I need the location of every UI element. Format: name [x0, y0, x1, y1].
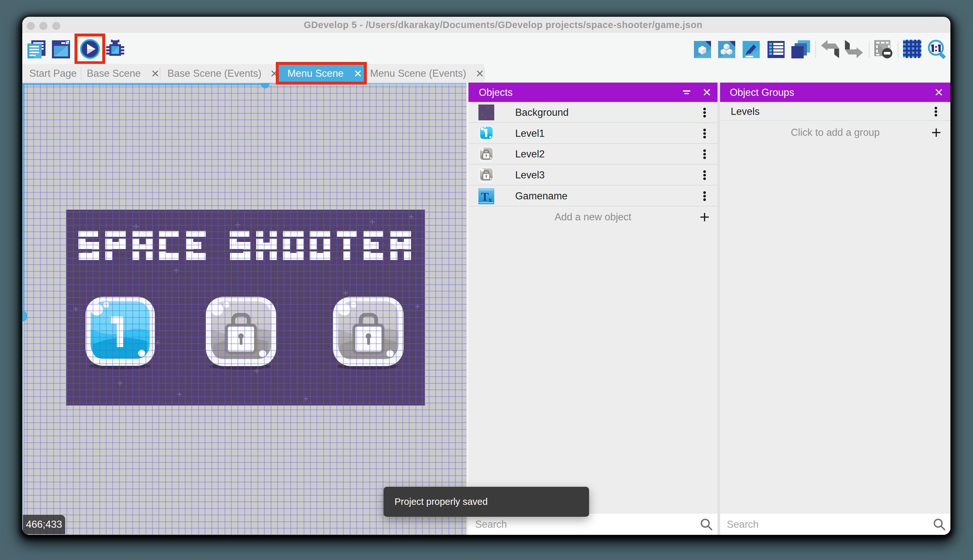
svg-text:x: x	[488, 195, 492, 203]
svg-text:T: T	[481, 190, 489, 203]
